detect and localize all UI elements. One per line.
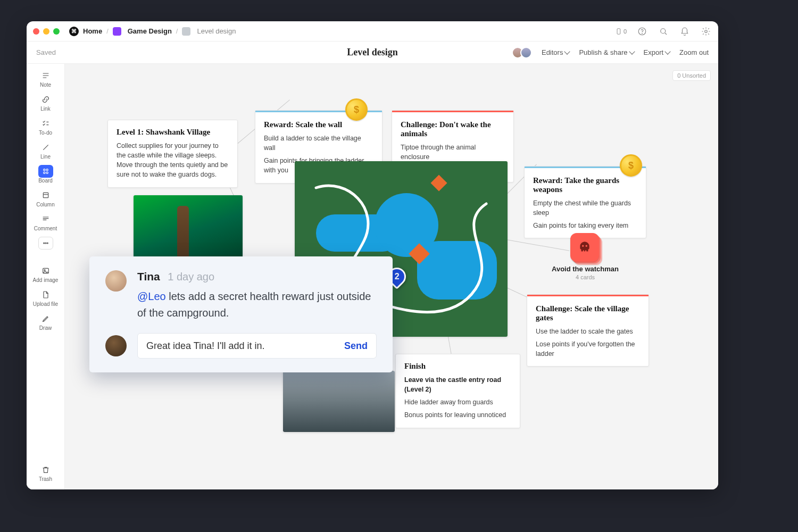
reply-author-avatar[interactable] [105,335,127,356]
breadcrumb-home[interactable]: Home [83,27,102,35]
tool-more[interactable] [31,236,61,252]
card-body: Empty the chest while the guards sleep [533,198,637,218]
breadcrumb-project[interactable]: Game Design [128,27,172,35]
settings-button[interactable] [700,26,712,37]
tool-upload-file[interactable]: Upload file [31,287,61,309]
tool-comment[interactable]: Comment [31,212,61,234]
tool-todo[interactable]: To-do [31,116,61,138]
card-title: Reward: Take the guards weapons [533,176,637,194]
breadcrumb-separator: / [106,27,109,35]
workspace: Note Link To-do Line Board Column Commen… [27,64,718,489]
send-button[interactable]: Send [344,340,368,352]
card-title: Reward: Scale the wall [264,120,373,129]
svg-point-11 [45,243,46,244]
page-toolbar: Saved Level design Editors Publish & sha… [27,41,718,64]
app-logo-icon[interactable]: ⌘ [69,27,79,36]
tool-trash[interactable]: Trash [31,462,61,484]
comment-mention[interactable]: @Leo [137,290,166,302]
svg-point-14 [44,270,45,271]
notifications-button[interactable] [679,26,691,37]
app-window: ⌘ Home / Game Design / Level design 0 Sa… [27,21,718,489]
window-controls [33,28,60,35]
coin-icon [620,154,642,177]
card-positive: Bonus points for leaving unnoticed [404,410,511,420]
card-positive: Gain points for taking every item [533,221,637,230]
breadcrumb-separator: / [176,27,178,35]
svg-point-8 [46,172,48,173]
maximize-window-button[interactable] [53,28,60,35]
card-subtitle: Leave via the castle entry road (Level 2… [404,375,511,394]
svg-point-12 [47,243,48,244]
page-color-chip [182,27,190,36]
card-body: Build a ladder to scale the village wall [264,134,373,153]
publish-share-dropdown[interactable]: Publish & share [579,48,634,56]
svg-point-7 [43,172,45,173]
svg-point-10 [43,243,44,244]
svg-point-2 [642,33,643,34]
card-title: Level 1: Shawshank Village [117,128,229,137]
card-title: Challenge: Scale the village gates [536,304,640,322]
tool-sidebar: Note Link To-do Line Board Column Commen… [27,64,65,489]
card-challenge-gates[interactable]: Challenge: Scale the village gates Use t… [527,294,649,367]
device-count: 0 [624,28,627,35]
card-body: Collect supplies for your journey to the… [117,141,229,180]
tool-line[interactable]: Line [31,140,61,162]
save-status: Saved [36,48,56,56]
card-body: Tiptoe through the animal enclosure [401,143,505,162]
comment-timestamp: 1 day ago [168,271,214,282]
zoom-out-button[interactable]: Zoom out [679,48,709,56]
reply-input-value: Great idea Tina! I'll add it in. [146,340,265,352]
titlebar: ⌘ Home / Game Design / Level design 0 [27,21,718,41]
tool-board[interactable]: Board [31,164,61,186]
card-title: Finish [404,362,511,371]
card-title: Challenge: Don't wake the animals [401,120,505,138]
tool-link[interactable]: Link [31,92,61,114]
svg-rect-9 [43,193,48,197]
export-dropdown[interactable]: Export [644,48,670,56]
stack-caption: Avoid the watchman 4 cards [537,265,633,280]
tool-add-image[interactable]: Add image [31,263,61,285]
collaborator-avatars[interactable] [515,47,532,59]
card-body: Use the ladder to scale the gates [536,327,640,336]
tool-draw[interactable]: Draw [31,311,61,333]
card-negative: Lose points if you've forgotten the ladd… [536,339,640,359]
skull-icon [578,240,592,254]
svg-rect-0 [617,28,620,34]
close-window-button[interactable] [33,28,39,35]
svg-point-5 [43,169,45,171]
card-reward-weapons[interactable]: Reward: Take the guards weapons Empty th… [524,166,646,238]
project-color-chip [113,27,121,36]
card-body: Hide ladder away from guards [404,397,511,407]
comment-author-avatar[interactable] [105,270,127,292]
help-button[interactable] [636,26,648,37]
image-castle[interactable] [283,371,395,432]
comment-panel[interactable]: Tina 1 day ago @Leo lets add a secret he… [89,256,393,372]
editors-dropdown[interactable]: Editors [542,48,569,56]
tool-note[interactable]: Note [31,68,61,90]
svg-point-3 [661,28,666,33]
search-button[interactable] [658,26,669,37]
devices-button[interactable]: 0 [615,26,627,37]
avatar[interactable] [520,47,532,59]
board-canvas[interactable]: 0 Unsorted Level 1: Shawshank Village Co… [65,64,718,489]
minimize-window-button[interactable] [43,28,49,35]
connector-line [506,239,569,251]
comment-body: @Leo lets add a secret health reward jus… [137,288,377,321]
svg-point-4 [705,30,708,32]
svg-point-6 [46,169,48,171]
card-level-intro[interactable]: Level 1: Shawshank Village Collect suppl… [107,120,238,188]
reply-input[interactable]: Great idea Tina! I'll add it in. Send [137,333,377,359]
breadcrumb-page[interactable]: Level design [197,27,236,35]
tool-column[interactable]: Column [31,188,61,210]
unsorted-button[interactable]: 0 Unsorted [672,70,711,81]
coin-icon [345,98,368,121]
card-finish[interactable]: Finish Leave via the castle entry road (… [395,354,520,428]
comment-author-name: Tina [137,270,160,283]
card-stack-watchman[interactable] [570,233,599,262]
